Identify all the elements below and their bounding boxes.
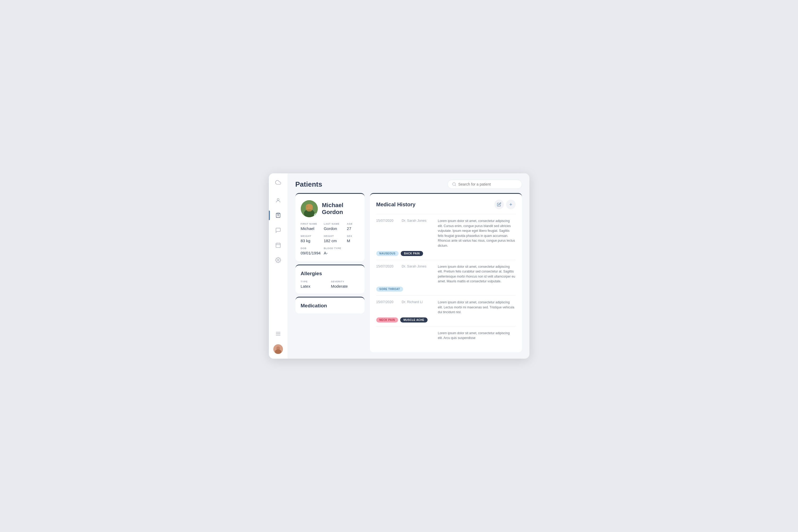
history-header: Medical History xyxy=(376,200,516,209)
search-icon xyxy=(452,182,456,186)
first-name-label: FIRST NAME xyxy=(301,223,321,225)
medication-card: Medication xyxy=(296,297,365,314)
sidebar-bottom xyxy=(273,327,283,354)
field-last-name: LAST NAME Gordon xyxy=(324,223,344,231)
allergies-title: Allergies xyxy=(301,271,359,277)
search-input[interactable] xyxy=(458,182,517,186)
sidebar xyxy=(269,173,288,359)
allergy-severity-label: SEVERITY xyxy=(331,280,359,283)
dob-label: DOB xyxy=(301,247,321,250)
history-date-4 xyxy=(376,331,398,341)
allergy-severity-value: Moderate xyxy=(331,284,348,288)
dob-value: 09/01/1994 xyxy=(301,251,321,255)
history-doctor-2: Dr. Sarah Jones xyxy=(402,264,434,284)
edit-history-button[interactable] xyxy=(494,200,504,209)
patient-fields: FIRST NAME Michael LAST NAME Gordon AGE … xyxy=(301,223,359,255)
field-dob: DOB 09/01/1994 xyxy=(301,247,321,255)
sidebar-item-menu[interactable] xyxy=(273,327,283,340)
history-doctor-1: Dr. Sarah Jones xyxy=(402,218,434,248)
history-entry-4: Lorem ipsum dolor sit amet, consectetur … xyxy=(376,326,516,346)
sidebar-item-message[interactable] xyxy=(269,224,288,236)
history-meta-1: 15/07/2020 Dr. Sarah Jones Lorem ipsum d… xyxy=(376,218,516,248)
history-entry-1: 15/07/2020 Dr. Sarah Jones Lorem ipsum d… xyxy=(376,214,516,260)
patient-avatar-area: Michael Gordon xyxy=(301,200,359,217)
allergy-type-value: Latex xyxy=(301,284,310,288)
weight-label: WEIGHT xyxy=(301,235,321,238)
user-avatar[interactable] xyxy=(273,344,283,354)
age-value: 27 xyxy=(347,226,351,231)
svg-rect-4 xyxy=(276,243,281,248)
field-age: AGE 27 xyxy=(347,223,359,231)
height-label: HEIGHT xyxy=(324,235,344,238)
tag-sore-throat: SORE THROAT xyxy=(376,287,403,292)
page-title: Patients xyxy=(296,180,443,189)
right-column: Medical History xyxy=(370,193,522,352)
patient-name: Michael Gordon xyxy=(322,202,344,216)
svg-point-15 xyxy=(453,183,456,186)
history-text-4: Lorem ipsum dolor sit amet, consectetur … xyxy=(438,331,516,341)
history-date-2: 15/07/2020 xyxy=(376,264,398,284)
svg-point-8 xyxy=(277,259,279,261)
history-meta-4: Lorem ipsum dolor sit amet, consectetur … xyxy=(376,331,516,341)
main-content: Patients xyxy=(288,173,529,359)
history-date-3: 15/07/2020 xyxy=(376,300,398,315)
svg-rect-1 xyxy=(277,213,279,214)
message-icon xyxy=(275,227,281,233)
field-first-name: FIRST NAME Michael xyxy=(301,223,321,231)
field-height: HEIGHT 182 cm xyxy=(324,235,344,243)
sex-label: SEX xyxy=(347,235,359,238)
weight-value: 83 kg xyxy=(301,239,310,243)
online-indicator xyxy=(314,213,317,216)
tag-muscle-ache: MUSCLE ACHE xyxy=(400,318,427,323)
calendar-icon xyxy=(275,242,281,248)
first-name-value: Michael xyxy=(301,226,315,231)
history-tags-1: NAUSEOUS BACK PAIN xyxy=(376,251,516,256)
history-title: Medical History xyxy=(376,202,494,208)
blood-type-label: BLOOD TYPE xyxy=(324,247,359,250)
svg-point-0 xyxy=(277,198,279,201)
medical-history-card: Medical History xyxy=(370,193,522,352)
sidebar-item-clipboard[interactable] xyxy=(269,209,288,222)
allergy-severity-field: SEVERITY Moderate xyxy=(331,280,359,289)
add-history-button[interactable] xyxy=(506,200,516,209)
history-entry-2: 15/07/2020 Dr. Sarah Jones Lorem ipsum d… xyxy=(376,260,516,296)
patient-avatar xyxy=(301,200,318,217)
sex-value: M xyxy=(347,239,350,243)
sidebar-item-calendar[interactable] xyxy=(269,239,288,251)
medication-title: Medication xyxy=(301,303,359,309)
history-actions xyxy=(494,200,516,209)
edit-icon xyxy=(497,202,501,207)
hamburger-icon xyxy=(275,331,281,337)
last-name-label: LAST NAME xyxy=(324,223,344,225)
avatar-image xyxy=(273,344,283,354)
sidebar-item-patient[interactable] xyxy=(269,194,288,207)
sidebar-item-settings[interactable] xyxy=(269,254,288,266)
sidebar-nav xyxy=(269,194,288,327)
history-text-1: Lorem ipsum dolor sit amet, consectetur … xyxy=(438,218,516,248)
patient-card: Michael Gordon FIRST NAME Michael LAST N… xyxy=(296,193,365,261)
history-entry-3: 15/07/2020 Dr. Richard Li Lorem ipsum do… xyxy=(376,296,516,326)
allergies-card: Allergies TYPE Latex SEVERITY Moderate xyxy=(296,265,365,293)
height-value: 182 cm xyxy=(324,239,337,243)
person-icon xyxy=(275,197,281,203)
field-sex: SEX M xyxy=(347,235,359,243)
last-name-value: Gordon xyxy=(324,226,337,231)
content-area: Michael Gordon FIRST NAME Michael LAST N… xyxy=(288,193,529,359)
history-tags-2: SORE THROAT xyxy=(376,287,516,292)
plus-icon xyxy=(509,202,513,207)
header: Patients xyxy=(288,173,529,193)
history-date-1: 15/07/2020 xyxy=(376,218,398,248)
svg-line-16 xyxy=(455,185,456,186)
field-weight: WEIGHT 83 kg xyxy=(301,235,321,243)
history-meta-2: 15/07/2020 Dr. Sarah Jones Lorem ipsum d… xyxy=(376,264,516,284)
allergy-fields: TYPE Latex SEVERITY Moderate xyxy=(301,280,359,289)
clipboard-icon xyxy=(275,212,281,218)
cloud-logo-icon xyxy=(275,179,281,185)
history-tags-3: NECK PAIN MUSCLE ACHE xyxy=(376,318,516,323)
search-bar[interactable] xyxy=(448,180,522,189)
settings-icon xyxy=(275,257,281,263)
history-text-3: Lorem ipsum dolor sit amet, consectetur … xyxy=(438,300,516,315)
tag-neck-pain: NECK PAIN xyxy=(376,318,398,323)
history-doctor-3: Dr. Richard Li xyxy=(402,300,434,315)
logo[interactable] xyxy=(275,179,281,186)
